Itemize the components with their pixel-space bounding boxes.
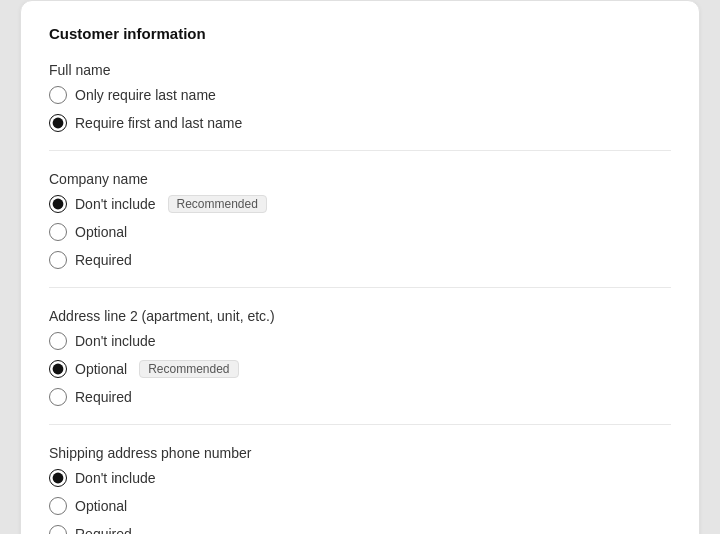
section-divider: [49, 150, 671, 151]
radio-option-company-required[interactable]: Required: [49, 251, 671, 269]
radio-input-only-last[interactable]: [49, 86, 67, 104]
radio-label-company-optional: Optional: [75, 224, 127, 240]
radio-option-phone-required[interactable]: Required: [49, 525, 671, 534]
radio-input-company-optional[interactable]: [49, 223, 67, 241]
radio-label-company-dont: Don't include: [75, 196, 156, 212]
radio-input-first-last[interactable]: [49, 114, 67, 132]
radio-input-phone-dont[interactable]: [49, 469, 67, 487]
radio-input-company-dont[interactable]: [49, 195, 67, 213]
badge-addr2-optional: Recommended: [139, 360, 238, 378]
radio-option-addr2-dont[interactable]: Don't include: [49, 332, 671, 350]
radio-option-company-dont[interactable]: Don't includeRecommended: [49, 195, 671, 213]
radio-label-addr2-required: Required: [75, 389, 132, 405]
radio-label-addr2-dont: Don't include: [75, 333, 156, 349]
radio-option-phone-dont[interactable]: Don't include: [49, 469, 671, 487]
radio-input-addr2-optional[interactable]: [49, 360, 67, 378]
radio-label-addr2-optional: Optional: [75, 361, 127, 377]
radio-input-phone-required[interactable]: [49, 525, 67, 534]
section-divider: [49, 287, 671, 288]
radio-input-company-required[interactable]: [49, 251, 67, 269]
radio-option-first-last[interactable]: Require first and last name: [49, 114, 671, 132]
radio-input-addr2-required[interactable]: [49, 388, 67, 406]
card-title: Customer information: [49, 25, 671, 42]
radio-label-phone-optional: Optional: [75, 498, 127, 514]
radio-label-only-last: Only require last name: [75, 87, 216, 103]
radio-label-phone-required: Required: [75, 526, 132, 534]
radio-option-addr2-required[interactable]: Required: [49, 388, 671, 406]
radio-option-phone-optional[interactable]: Optional: [49, 497, 671, 515]
radio-label-company-required: Required: [75, 252, 132, 268]
field-label-shipping-phone: Shipping address phone number: [49, 445, 671, 461]
section-divider: [49, 424, 671, 425]
badge-company-dont: Recommended: [168, 195, 267, 213]
field-label-company-name: Company name: [49, 171, 671, 187]
customer-information-card: Customer information Full nameOnly requi…: [20, 0, 700, 534]
radio-group-address-line2: Don't includeOptionalRecommendedRequired: [49, 332, 671, 406]
radio-option-addr2-optional[interactable]: OptionalRecommended: [49, 360, 671, 378]
radio-label-first-last: Require first and last name: [75, 115, 242, 131]
radio-group-company-name: Don't includeRecommendedOptionalRequired: [49, 195, 671, 269]
radio-option-only-last[interactable]: Only require last name: [49, 86, 671, 104]
field-label-address-line2: Address line 2 (apartment, unit, etc.): [49, 308, 671, 324]
radio-input-addr2-dont[interactable]: [49, 332, 67, 350]
radio-group-full-name: Only require last nameRequire first and …: [49, 86, 671, 132]
radio-input-phone-optional[interactable]: [49, 497, 67, 515]
radio-group-shipping-phone: Don't includeOptionalRequired: [49, 469, 671, 534]
radio-option-company-optional[interactable]: Optional: [49, 223, 671, 241]
radio-label-phone-dont: Don't include: [75, 470, 156, 486]
field-label-full-name: Full name: [49, 62, 671, 78]
